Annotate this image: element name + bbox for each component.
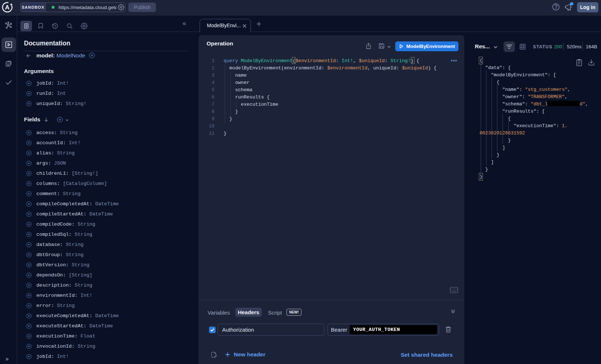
svg-text:A: A: [5, 4, 9, 11]
